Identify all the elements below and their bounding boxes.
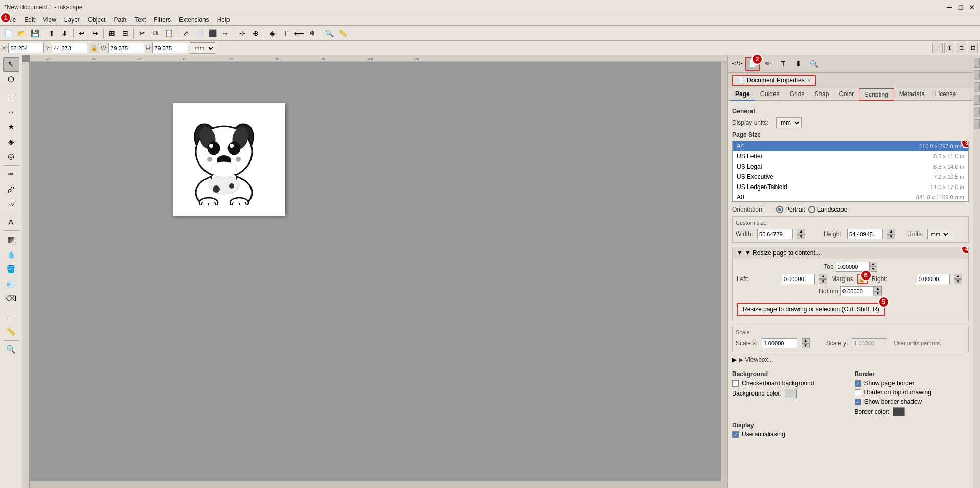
border-on-top-checkbox[interactable]	[855, 389, 861, 396]
psl-us-letter[interactable]: US Letter 8.5 x 11.0 in	[733, 151, 968, 161]
tool-gradient[interactable]: ▦	[3, 233, 19, 247]
border-shadow-checkbox[interactable]: ✓	[855, 399, 861, 405]
right-step-up[interactable]: ▲	[954, 274, 962, 279]
tb-snap1[interactable]: ⊹	[236, 27, 248, 39]
menu-path[interactable]: Path	[110, 15, 131, 25]
right-margin-input[interactable]	[917, 274, 950, 284]
left-step-down[interactable]: ▼	[819, 279, 827, 284]
resize-to-drawing-btn[interactable]: Resize page to drawing or selection (Ctr…	[737, 303, 885, 316]
psl-us-ledger[interactable]: US Ledger/Tabloid 11.0 x 17.0 in	[733, 182, 968, 192]
panel-content-scroll[interactable]: General Display units: mm px in pt cm Pa…	[728, 101, 973, 488]
right-stepper[interactable]: ▲ ▼	[954, 274, 962, 284]
doc-props-tab[interactable]: 📄 Document Properties ×	[732, 75, 816, 86]
tab-grids[interactable]: Grids	[785, 88, 810, 101]
scrollbar-horizontal[interactable]	[30, 481, 727, 488]
tool-selector[interactable]: ↖	[3, 57, 19, 72]
tb-ungroup[interactable]: ⊟	[119, 27, 131, 39]
tb-open[interactable]: 📂	[15, 27, 28, 39]
tb-undo[interactable]: ↩	[76, 27, 88, 39]
tb-snap2[interactable]: ⊕	[249, 27, 262, 39]
bottom-stepper[interactable]: ▲ ▼	[874, 286, 882, 296]
top-step-up[interactable]: ▲	[869, 262, 877, 267]
tb-new[interactable]: 📄	[2, 27, 14, 39]
tb-zoom-in-tb[interactable]: 🔍	[323, 27, 335, 39]
tb-zoom-prev[interactable]: ↔	[219, 27, 232, 39]
find-btn[interactable]: 🔍	[807, 57, 821, 71]
tb-copy[interactable]: ⧉	[149, 27, 162, 39]
bottom-step-down[interactable]: ▼	[874, 291, 882, 296]
psl-us-exec[interactable]: US Executive 7.2 x 10.5 in	[733, 172, 968, 182]
obj-props-btn[interactable]: ✏	[761, 57, 775, 71]
antialias-checkbox[interactable]: ✓	[732, 431, 739, 438]
tab-color[interactable]: Color	[834, 88, 859, 101]
tool-measure[interactable]: 📏	[3, 324, 19, 339]
tab-page[interactable]: Page	[730, 88, 755, 101]
height-step-down[interactable]: ▼	[887, 234, 895, 239]
border-color-swatch[interactable]	[893, 407, 905, 416]
tool-node[interactable]: ⬡	[3, 72, 19, 86]
tb-fill[interactable]: ◈	[266, 27, 279, 39]
tool-spray[interactable]: 💨	[3, 277, 19, 291]
tool-text[interactable]: A	[3, 215, 19, 229]
tool-calligraphy[interactable]: 𝒜	[3, 197, 19, 211]
tab-license[interactable]: License	[930, 88, 961, 101]
right-step-down[interactable]: ▼	[954, 279, 962, 284]
tab-snap[interactable]: Snap	[809, 88, 834, 101]
mini-fill-btn[interactable]	[974, 58, 980, 68]
units-dropdown-tb[interactable]: mm px in pt	[190, 42, 215, 54]
tool-connector[interactable]: —	[3, 310, 19, 324]
menu-filters[interactable]: Filters	[150, 15, 175, 25]
tb-text-tool[interactable]: T	[280, 27, 292, 39]
menu-layer[interactable]: Layer	[60, 15, 84, 25]
x-input[interactable]	[8, 43, 44, 53]
left-step-up[interactable]: ▲	[819, 274, 827, 279]
page-size-list[interactable]: 3 A4 210.0 x 297.0 mm US Letter 8.5 x 11…	[732, 141, 969, 202]
height-step-up[interactable]: ▲	[887, 229, 895, 234]
tool-paint-bucket[interactable]: 🪣	[3, 262, 19, 276]
menu-object[interactable]: Object	[84, 15, 110, 25]
menu-view[interactable]: View	[39, 15, 60, 25]
tool-spiral[interactable]: ◎	[3, 149, 19, 164]
y-input[interactable]	[52, 43, 87, 53]
bottom-margin-input[interactable]	[840, 286, 874, 296]
tb-connector[interactable]: ⟵	[293, 27, 305, 39]
tb-zoom-page[interactable]: ⬜	[193, 27, 205, 39]
height-input[interactable]	[847, 229, 883, 239]
bottom-step-up[interactable]: ▲	[874, 286, 882, 291]
xml-editor-btn[interactable]: ≺/≻	[730, 57, 744, 71]
menu-extensions[interactable]: Extensions	[175, 15, 213, 25]
tb-zoom-fit[interactable]: ⤢	[179, 27, 192, 39]
tool-pencil[interactable]: ✏	[3, 167, 19, 181]
portrait-radio-label[interactable]: Portrait	[776, 206, 805, 213]
top-step-down[interactable]: ▼	[869, 267, 877, 272]
show-border-checkbox[interactable]: ✓	[855, 380, 861, 387]
tb-spray2[interactable]: ❄	[306, 27, 318, 39]
maximize-btn[interactable]: □	[956, 3, 965, 11]
width-step-down[interactable]: ▼	[797, 234, 805, 239]
scrollbar-vertical[interactable]	[720, 62, 727, 481]
resize-header[interactable]: ▼ ▼ Resize page to content...	[733, 247, 968, 259]
tb-group[interactable]: ⊞	[106, 27, 118, 39]
left-margin-input[interactable]	[782, 274, 815, 284]
tb-import[interactable]: ⬆	[45, 27, 58, 39]
snap-nodes-btn[interactable]: ⊕	[944, 43, 954, 53]
scale-y-input[interactable]	[852, 338, 887, 348]
psl-a4[interactable]: A4 210.0 x 297.0 mm	[733, 141, 968, 151]
tb-save[interactable]: 💾	[29, 27, 41, 39]
snap-page-btn[interactable]: ⊞	[968, 43, 978, 53]
export-btn[interactable]: ⬇	[791, 57, 806, 71]
tb-zoom-sel[interactable]: ⬛	[206, 27, 218, 39]
mini-objects-btn[interactable]	[974, 95, 980, 105]
scale-x-up[interactable]: ▲	[802, 338, 810, 343]
top-stepper[interactable]: ▲ ▼	[869, 262, 877, 272]
tool-eraser[interactable]: ⌫	[3, 292, 19, 306]
tool-zoom[interactable]: 🔍	[3, 342, 19, 357]
tool-star[interactable]: ★	[3, 120, 19, 134]
h-input[interactable]	[152, 43, 188, 53]
minimize-btn[interactable]: ─	[945, 3, 953, 11]
viewbox-row[interactable]: ▶ ▶ Viewbox...	[732, 356, 969, 363]
menu-help[interactable]: Help	[213, 15, 234, 25]
left-stepper[interactable]: ▲ ▼	[819, 274, 827, 284]
snap-enable-btn[interactable]: ⊹	[932, 43, 943, 53]
mini-align-btn[interactable]	[974, 119, 980, 129]
